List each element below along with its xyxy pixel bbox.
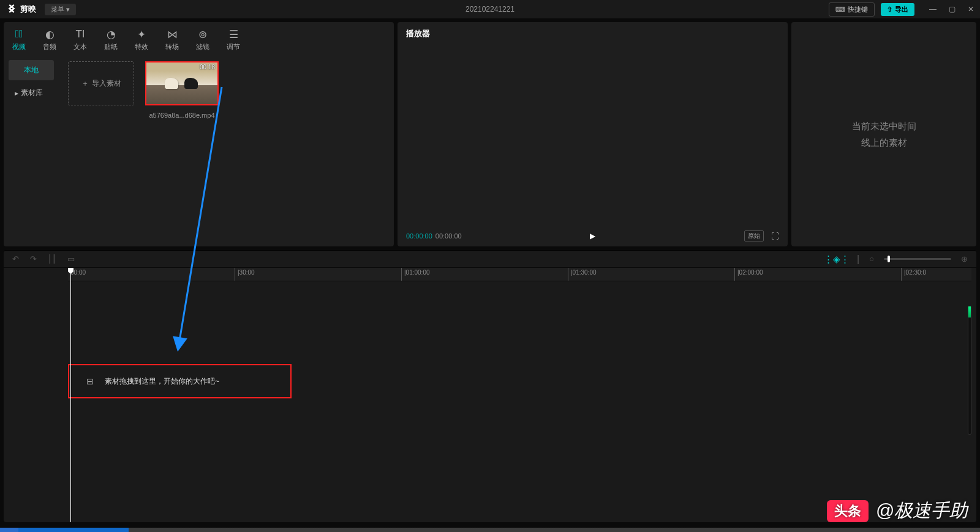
undo-button[interactable]: ↶ <box>10 253 21 265</box>
tab-label: 转场 <box>165 42 179 51</box>
marker-icon[interactable]: ⋮◈⋮ <box>824 254 850 265</box>
tab-sticker[interactable]: ◔ 贴纸 <box>96 25 126 55</box>
tab-adjust[interactable]: ☰ 调节 <box>218 25 249 55</box>
properties-placeholder: 当前未选中时间 线上的素材 <box>852 118 916 151</box>
player-controls: 00:00:00 00:00:00 ▶ 原始 ⛶ <box>398 226 788 246</box>
watermark-badge: 头条 <box>827 500 869 522</box>
text-icon: TI <box>75 28 85 40</box>
logo-icon <box>6 3 17 16</box>
zoom-out-button[interactable]: ○ <box>867 253 876 265</box>
delete-button[interactable]: ▭ <box>65 253 77 265</box>
chevron-down-icon: ▾ <box>66 6 70 13</box>
original-ratio-button[interactable]: 原始 <box>744 230 764 241</box>
import-media-button[interactable]: ＋ 导入素材 <box>68 61 134 105</box>
sidebar-item-library[interactable]: ▸ 素材库 <box>9 83 54 103</box>
watermark-handle: @极速手助 <box>876 498 968 523</box>
timeline-panel: ↶ ↷ ⎮⎮ ▭ ⋮◈⋮ | ○ ⊕ 00:00 |30:00 |01:00:0… <box>4 250 976 522</box>
taskbar <box>0 528 980 532</box>
media-thumbnail[interactable]: 00:18 <box>145 61 219 105</box>
main-area: ▸⃞ 视频 ◐ 音频 TI 文本 ◔ 贴纸 ✦ 特效 ⋈ 转场 <box>0 18 980 250</box>
tab-label: 滤镜 <box>196 42 209 51</box>
tab-audio[interactable]: ◐ 音频 <box>34 25 65 55</box>
media-item[interactable]: 00:18 a5769a8a...d68e.mp4 <box>145 61 219 240</box>
redo-button[interactable]: ↷ <box>28 253 39 265</box>
zoom-in-button[interactable]: ⊕ <box>959 253 970 265</box>
tab-text[interactable]: TI 文本 <box>65 25 96 55</box>
tab-label: 文本 <box>74 42 87 51</box>
maximize-button[interactable]: ▢ <box>949 5 956 13</box>
export-icon: ⇧ <box>887 6 892 13</box>
tab-label: 视频 <box>12 42 26 51</box>
time-total: 00:00:00 <box>435 232 462 240</box>
export-button[interactable]: ⇧ 导出 <box>881 3 914 16</box>
timeline-ruler[interactable]: 00:00 |30:00 |01:00:00 |01:30:00 |02:00:… <box>68 268 971 281</box>
keyboard-icon: ⌨ <box>835 6 845 13</box>
close-button[interactable]: ✕ <box>968 5 974 13</box>
minimize-button[interactable]: — <box>929 5 937 13</box>
adjust-icon: ☰ <box>229 28 238 40</box>
sticker-icon: ◔ <box>107 28 116 40</box>
media-panel: ▸⃞ 视频 ◐ 音频 TI 文本 ◔ 贴纸 ✦ 特效 ⋈ 转场 <box>4 22 394 246</box>
media-sidebar: 本地 ▸ 素材库 <box>4 55 59 246</box>
media-grid: ＋ 导入素材 00:18 a5769a8a...d68e.mp4 <box>59 55 394 246</box>
video-icon: ▸⃞ <box>15 28 23 40</box>
media-tabs: ▸⃞ 视频 ◐ 音频 TI 文本 ◔ 贴纸 ✦ 特效 ⋈ 转场 <box>4 22 394 55</box>
app-logo: 剪映 <box>6 3 36 16</box>
properties-panel: 当前未选中时间 线上的素材 <box>791 22 976 246</box>
tab-label: 调节 <box>227 42 240 51</box>
player-title: 播放器 <box>398 22 788 45</box>
title-bar: 剪映 菜单 ▾ 202102241221 ⌨ 快捷键 ⇧ 导出 — ▢ ✕ <box>0 0 980 18</box>
shortcuts-button[interactable]: ⌨ 快捷键 <box>829 2 875 17</box>
media-duration: 00:18 <box>200 64 215 70</box>
project-title: 202102241221 <box>466 5 514 13</box>
watermark: 头条 @极速手助 <box>827 498 968 523</box>
time-current: 00:00:00 <box>406 232 432 240</box>
split-button[interactable]: ⎮⎮ <box>45 253 59 265</box>
filter-icon: ⊚ <box>198 28 207 40</box>
tab-label: 音频 <box>43 42 56 51</box>
tab-effect[interactable]: ✦ 特效 <box>126 25 157 55</box>
play-button[interactable]: ▶ <box>590 232 595 240</box>
tab-filter[interactable]: ⊚ 滤镜 <box>187 25 218 55</box>
sidebar-item-local[interactable]: 本地 <box>9 60 54 80</box>
timeline-tracks[interactable]: ⊟ 素材拖拽到这里，开始你的大作吧~ <box>68 281 971 514</box>
plus-icon: ＋ <box>81 78 89 89</box>
tab-video[interactable]: ▸⃞ 视频 <box>4 25 34 55</box>
player-panel: 播放器 00:00:00 00:00:00 ▶ 原始 ⛶ <box>398 22 788 246</box>
clip-icon: ⊟ <box>86 376 94 386</box>
app-name: 剪映 <box>20 4 36 15</box>
effect-icon: ✦ <box>137 28 146 40</box>
menu-button[interactable]: 菜单 ▾ <box>45 4 76 15</box>
tab-label: 特效 <box>135 42 148 51</box>
chevron-right-icon: ▸ <box>15 89 18 97</box>
audio-meter <box>968 306 971 435</box>
player-viewport[interactable] <box>398 45 788 226</box>
tab-label: 贴纸 <box>104 42 118 51</box>
timeline-drop-hint[interactable]: ⊟ 素材拖拽到这里，开始你的大作吧~ <box>68 364 292 398</box>
timeline-zoom-slider[interactable] <box>884 258 951 260</box>
audio-icon: ◐ <box>45 28 55 40</box>
tab-transition[interactable]: ⋈ 转场 <box>157 25 187 55</box>
fullscreen-button[interactable]: ⛶ <box>771 232 779 241</box>
timeline-toolbar: ↶ ↷ ⎮⎮ ▭ ⋮◈⋮ | ○ ⊕ <box>4 251 976 268</box>
timeline-playhead[interactable] <box>70 268 71 522</box>
media-filename: a5769a8a...d68e.mp4 <box>149 112 214 119</box>
transition-icon: ⋈ <box>167 28 178 40</box>
